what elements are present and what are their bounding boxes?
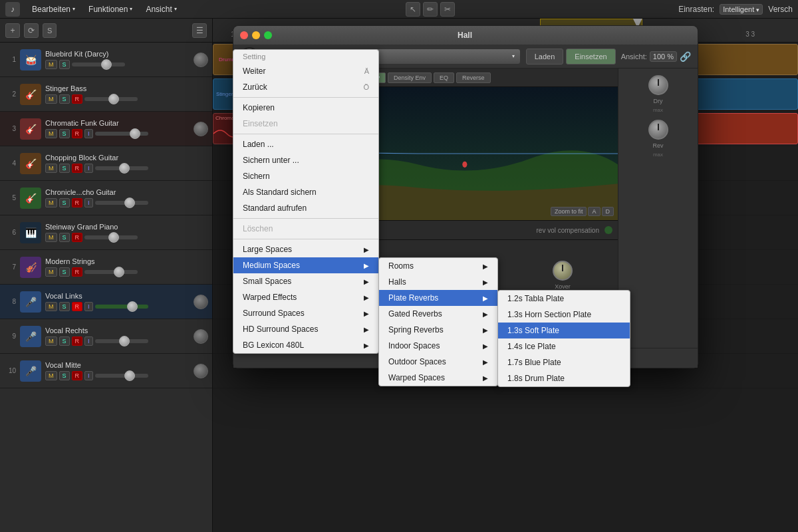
tempo-display[interactable]: S xyxy=(43,23,57,38)
dropdown-item-medium-spaces[interactable]: Medium Spaces ▶ Rooms ▶ Halls ▶ xyxy=(233,257,378,273)
maximize-button[interactable] xyxy=(264,31,272,39)
dropdown-item-spring-reverbs[interactable]: Spring Reverbs ▶ xyxy=(379,322,497,338)
mute-btn[interactable]: M xyxy=(45,129,57,138)
dropdown-item-indoor-spaces[interactable]: Indoor Spaces ▶ xyxy=(379,338,497,354)
mute-btn[interactable]: M xyxy=(45,60,57,69)
mute-btn[interactable]: M xyxy=(45,233,57,242)
dry-knob[interactable] xyxy=(648,75,668,95)
track-row[interactable]: 1 🥁 Bluebird Kit (Darcy) M S xyxy=(0,43,212,77)
input-btn[interactable]: I xyxy=(84,302,93,311)
solo-btn[interactable]: S xyxy=(59,129,70,138)
dropdown-item-halls[interactable]: Halls ▶ xyxy=(379,274,497,290)
solo-btn[interactable]: S xyxy=(59,164,70,173)
input-btn[interactable]: I xyxy=(84,164,93,173)
solo-btn[interactable]: S xyxy=(59,94,70,104)
dropdown-item-als-standard[interactable]: Als Standard sichern xyxy=(233,184,378,200)
dropdown-item-sichern[interactable]: Sichern xyxy=(233,168,378,184)
record-btn[interactable]: R xyxy=(72,336,83,346)
track-row[interactable]: 10 🎤 Vocal Mitte M S R I xyxy=(0,354,212,388)
track-row[interactable]: 2 🎸 Stinger Bass M S R xyxy=(0,77,212,112)
input-btn[interactable]: I xyxy=(84,371,93,380)
dropdown-item-tabla-plate[interactable]: 1.2s Tabla Plate xyxy=(498,291,630,307)
volume-knob[interactable] xyxy=(194,329,208,344)
record-btn[interactable]: R xyxy=(72,233,83,242)
mute-btn[interactable]: M xyxy=(45,94,57,104)
dropdown-item-laden[interactable]: Laden ... xyxy=(233,136,378,152)
loop-button[interactable]: ⟳ xyxy=(24,23,39,38)
pencil-tool[interactable]: ✏ xyxy=(423,2,438,17)
link-button[interactable]: 🔗 xyxy=(680,51,691,62)
dropdown-item-horn-plate[interactable]: 1.3s Horn Section Plate xyxy=(498,307,630,323)
dropdown-item-sichern-unter[interactable]: Sichern unter ... xyxy=(233,152,378,168)
dropdown-item-bg-lexicon[interactable]: BG Lexicon 480L ▶ xyxy=(233,337,378,353)
add-track-button[interactable]: + xyxy=(5,23,20,38)
dropdown-item-small-spaces[interactable]: Small Spaces ▶ xyxy=(233,273,378,289)
dropdown-item-kopieren[interactable]: Kopieren xyxy=(233,100,378,116)
dropdown-item-rooms[interactable]: Rooms ▶ xyxy=(379,258,497,274)
dropdown-item-standard-aufrufen[interactable]: Standard aufrufen xyxy=(233,200,378,216)
volume-knob[interactable] xyxy=(194,364,208,378)
solo-btn[interactable]: S xyxy=(59,336,70,346)
record-btn[interactable]: R xyxy=(72,164,83,173)
volume-knob[interactable] xyxy=(194,53,208,67)
laden-button[interactable]: Laden xyxy=(526,49,564,65)
track-row[interactable]: 3 🎸 Chromatic Funk Guitar M S R I xyxy=(0,112,212,146)
solo-btn[interactable]: S xyxy=(59,371,70,380)
view-percent[interactable]: 100 % xyxy=(650,51,677,62)
input-btn[interactable]: I xyxy=(84,336,93,346)
xover-knob[interactable] xyxy=(553,261,573,281)
input-btn[interactable]: I xyxy=(84,198,93,207)
eq-btn[interactable]: EQ xyxy=(434,72,454,83)
scissors-tool[interactable]: ✂ xyxy=(440,2,455,17)
solo-btn[interactable]: S xyxy=(59,267,70,277)
dropdown-item-drum-plate[interactable]: 1.8s Drum Plate xyxy=(498,370,630,386)
density-env-btn[interactable]: Density Env xyxy=(388,72,432,83)
dropdown-item-zurueck[interactable]: Zurück Ö xyxy=(233,79,378,95)
einsetzen-button[interactable]: Einsetzen xyxy=(566,49,615,65)
record-btn[interactable]: R xyxy=(72,129,83,138)
input-btn[interactable]: I xyxy=(84,129,93,138)
rev-vol-toggle[interactable] xyxy=(604,226,612,234)
close-button[interactable] xyxy=(240,31,248,39)
record-btn[interactable]: R xyxy=(72,267,83,277)
dropdown-item-ice-plate[interactable]: 1.4s Ice Plate xyxy=(498,338,630,354)
solo-btn[interactable]: S xyxy=(59,302,70,311)
record-btn[interactable]: R xyxy=(72,371,83,380)
menu-bearbeiten[interactable]: Bearbeiten ▾ xyxy=(27,3,80,15)
track-row[interactable]: 9 🎤 Vocal Rechts M S R I xyxy=(0,319,212,354)
dropdown-item-plate-reverbs[interactable]: Plate Reverbs ▶ 1.2s Tabla Plate 1.3s Ho… xyxy=(379,290,497,306)
dropdown-item-warped-spaces[interactable]: Warped Spaces ▶ xyxy=(379,370,497,386)
track-row[interactable]: 7 🎻 Modern Strings M S R xyxy=(0,250,212,285)
record-btn[interactable]: R xyxy=(72,94,83,104)
mute-btn[interactable]: M xyxy=(45,164,57,173)
minimize-button[interactable] xyxy=(252,31,260,39)
zoom-d-btn[interactable]: D xyxy=(602,207,614,216)
mute-btn[interactable]: M xyxy=(45,302,57,311)
menu-funktionen[interactable]: Funktionen ▾ xyxy=(83,3,138,15)
track-row[interactable]: 5 🎸 Chronicle...cho Guitar M S R I xyxy=(0,181,212,215)
reverse-btn[interactable]: Reverse xyxy=(456,72,491,83)
solo-btn[interactable]: S xyxy=(59,60,70,69)
zoom-a-btn[interactable]: A xyxy=(588,207,600,216)
dropdown-item-outdoor-spaces[interactable]: Outdoor Spaces ▶ xyxy=(379,354,497,370)
menu-ansicht[interactable]: Ansicht ▾ xyxy=(140,3,182,15)
volume-knob[interactable] xyxy=(194,122,208,136)
dropdown-item-weiter[interactable]: Weiter Ä xyxy=(233,63,378,79)
track-row[interactable]: 4 🎸 Chopping Block Guitar M S R I xyxy=(0,146,212,181)
dropdown-item-soft-plate[interactable]: 1.3s Soft Plate xyxy=(498,323,630,338)
dropdown-item-large-spaces[interactable]: Large Spaces ▶ xyxy=(233,241,378,257)
volume-knob[interactable] xyxy=(194,295,208,309)
dropdown-item-warped-effects[interactable]: Warped Effects ▶ xyxy=(233,289,378,305)
dropdown-item-gated-reverbs[interactable]: Gated Reverbs ▶ xyxy=(379,306,497,322)
rev-knob[interactable] xyxy=(648,120,668,140)
track-row[interactable]: 6 🎹 Steinway Grand Piano M S R xyxy=(0,215,212,250)
track-row[interactable]: 8 🎤 Vocal Links M S R I xyxy=(0,285,212,319)
solo-btn[interactable]: S xyxy=(59,233,70,242)
record-btn[interactable]: R xyxy=(72,302,83,311)
track-options-button[interactable]: ☰ xyxy=(192,23,207,38)
solo-btn[interactable]: S xyxy=(59,198,70,207)
dropdown-item-hd-surround[interactable]: HD Surround Spaces ▶ xyxy=(233,321,378,337)
dropdown-item-blue-plate[interactable]: 1.7s Blue Plate xyxy=(498,354,630,370)
mute-btn[interactable]: M xyxy=(45,371,57,380)
zoom-fit-btn[interactable]: Zoom to fit xyxy=(551,207,587,216)
